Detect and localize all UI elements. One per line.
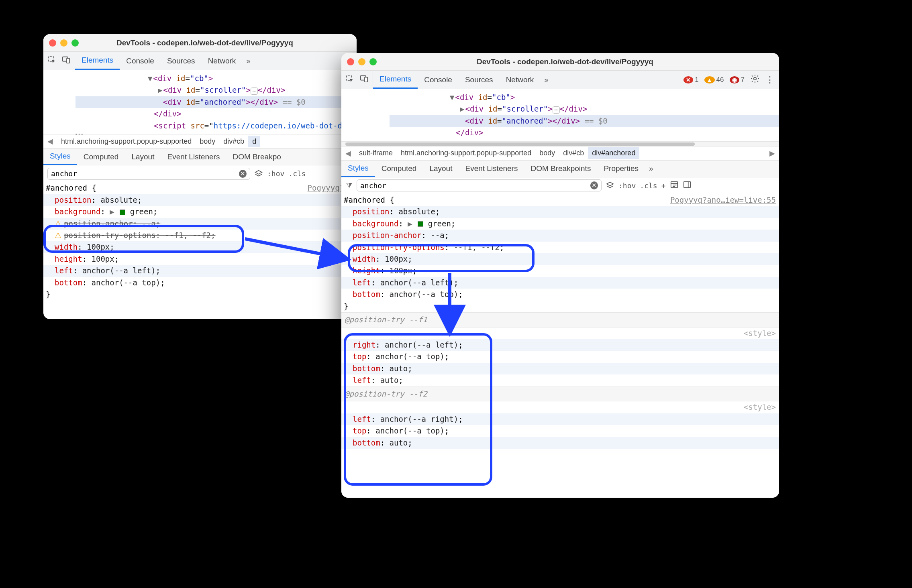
subtab-layout[interactable]: Layout — [125, 149, 161, 165]
twisty-down-icon[interactable]: ▼ — [148, 73, 152, 84]
twisty-down-icon[interactable]: ▼ — [450, 92, 454, 103]
subtab-computed[interactable]: Computed — [77, 149, 125, 165]
svg-rect-5 — [365, 77, 367, 82]
tab-network[interactable]: Network — [202, 52, 243, 70]
subtab-computed[interactable]: Computed — [375, 161, 423, 177]
device-toggle-icon[interactable] — [360, 74, 369, 85]
invalid-prop-position-anchor[interactable]: position-anchor: --a; — [43, 218, 357, 230]
hov-toggle[interactable]: :hov — [267, 169, 284, 178]
main-tabbar: Elements Console Sources Network » ✕1 ▲4… — [341, 71, 779, 89]
subtab-listeners[interactable]: Event Listeners — [459, 161, 524, 177]
styles-tabbar: Styles Computed Layout Event Listeners D… — [341, 161, 779, 177]
tab-network[interactable]: Network — [500, 71, 541, 89]
styles-filter-input-wrap: ✕ — [357, 179, 602, 191]
collapsed-ellipsis-icon[interactable]: ⋯ — [553, 106, 560, 114]
subtab-listeners[interactable]: Event Listeners — [161, 149, 226, 165]
computed-styles-sidebar-icon[interactable] — [670, 180, 679, 191]
crumb-selected[interactable]: div#anchored — [588, 147, 639, 159]
info-badge[interactable]: ◉7 — [730, 76, 745, 84]
device-toggle-icon[interactable] — [62, 55, 71, 66]
cls-toggle[interactable]: .cls — [288, 169, 306, 178]
inspect-icon[interactable] — [47, 55, 56, 66]
svg-rect-2 — [67, 58, 69, 63]
tab-elements[interactable]: Elements — [373, 71, 418, 89]
warning-badge[interactable]: ▲46 — [704, 76, 724, 84]
more-subtabs-icon[interactable]: » — [645, 161, 657, 177]
crumb-selected[interactable]: d — [248, 136, 260, 147]
subtab-dombp[interactable]: DOM Breakpo — [226, 149, 287, 165]
styles-pane[interactable]: Pogyyyq?an #anchored { position: absolut… — [43, 182, 357, 300]
position-try-section-f2[interactable]: @position-try --f2 — [341, 387, 779, 401]
hov-toggle[interactable]: :hov — [618, 181, 636, 190]
horizontal-scrollbar[interactable] — [341, 141, 779, 146]
twisty-right-icon[interactable]: ▶ — [460, 103, 464, 115]
stylesheet-origin-link[interactable]: Pogyyyq?ano…iew=live:55 — [670, 194, 779, 206]
inspect-icon[interactable] — [345, 74, 354, 85]
filter-input[interactable] — [51, 169, 239, 178]
window-title: DevTools - codepen.io/web-dot-dev/live/P… — [59, 39, 351, 47]
clear-filter-icon[interactable]: ✕ — [590, 181, 598, 189]
script-src-link[interactable]: https://codepen.io/web-dot-d — [214, 121, 342, 130]
elements-tree[interactable]: ▼<div id="cb"> ▶<div id="scroller">⋯</di… — [341, 89, 779, 141]
cls-toggle[interactable]: .cls — [640, 181, 657, 190]
main-tabbar: Elements Console Sources Network » — [43, 52, 357, 70]
svg-rect-8 — [683, 181, 690, 187]
more-tabs-icon[interactable]: » — [540, 71, 553, 89]
titlebar: DevTools - codepen.io/web-dot-dev/live/P… — [341, 53, 779, 71]
tab-sources[interactable]: Sources — [161, 52, 202, 70]
tab-console[interactable]: Console — [418, 71, 459, 89]
collapsed-ellipsis-icon[interactable]: ⋯ — [251, 87, 258, 95]
position-try-section-f1[interactable]: @position-try --f1 — [341, 312, 779, 327]
window-title: DevTools - codepen.io/web-dot-dev/live/P… — [357, 57, 773, 66]
crumb-scroll-left-icon[interactable]: ◀ — [341, 149, 355, 158]
subtab-styles[interactable]: Styles — [43, 149, 77, 165]
filter-input[interactable] — [360, 181, 590, 190]
crumb-scroll-left-icon[interactable]: ◀ — [43, 137, 57, 146]
layers-icon[interactable] — [254, 169, 263, 178]
kebab-menu-icon[interactable]: ⋮ — [765, 75, 774, 85]
tab-elements[interactable]: Elements — [75, 52, 120, 70]
subtab-styles[interactable]: Styles — [341, 161, 375, 177]
crumb-iframe[interactable]: sult-iframe — [355, 147, 397, 159]
styles-filter-input-wrap: ✕ — [47, 168, 250, 180]
toggle-panel-icon[interactable] — [683, 180, 692, 191]
titlebar: DevTools - codepen.io/web-dot-dev/live/P… — [43, 34, 357, 52]
close-icon[interactable] — [49, 39, 56, 47]
more-tabs-icon[interactable]: » — [242, 52, 255, 70]
subtab-properties[interactable]: Properties — [597, 161, 645, 177]
svg-point-6 — [754, 77, 756, 79]
tab-console[interactable]: Console — [120, 52, 161, 70]
crumb-scroll-right-icon[interactable]: ▶ — [765, 149, 779, 158]
subtab-dombp[interactable]: DOM Breakpoints — [524, 161, 597, 177]
elements-tree[interactable]: ▼<div id="cb"> ▶<div id="scroller">⋯</di… — [43, 70, 357, 134]
new-rule-button[interactable]: + — [661, 181, 666, 190]
selected-node-marker: == $0 — [584, 116, 607, 125]
clear-filter-icon[interactable]: ✕ — [239, 170, 247, 178]
close-icon[interactable] — [347, 58, 354, 65]
invalid-prop-position-try-options[interactable]: position-try-options: --f1, --f2; — [43, 230, 357, 241]
styles-pane[interactable]: Pogyyyq?ano…iew=live:55 #anchored { posi… — [341, 194, 779, 449]
filter-funnel-icon[interactable] — [345, 181, 353, 190]
breadcrumb: ◀ sult-iframe html.anchoring-support.pop… — [341, 146, 779, 161]
crumb-html[interactable]: html.anchoring-support.popup-supported — [397, 147, 535, 159]
crumb-body[interactable]: body — [535, 147, 559, 159]
gear-icon[interactable] — [750, 74, 760, 86]
devtools-window-after: DevTools - codepen.io/web-dot-dev/live/P… — [341, 53, 779, 498]
color-swatch-icon[interactable] — [120, 210, 125, 215]
tab-sources[interactable]: Sources — [459, 71, 500, 89]
crumb-div-cb[interactable]: div#cb — [219, 136, 248, 147]
devtools-window-before: DevTools - codepen.io/web-dot-dev/live/P… — [43, 34, 357, 319]
style-origin-link[interactable]: <style> — [744, 328, 779, 339]
crumb-body[interactable]: body — [196, 136, 219, 147]
twisty-right-icon[interactable]: ▶ — [158, 84, 162, 96]
error-badge[interactable]: ✕1 — [683, 76, 698, 84]
styles-tabbar: Styles Computed Layout Event Listeners D… — [43, 149, 357, 165]
layers-icon[interactable] — [606, 181, 614, 190]
subtab-layout[interactable]: Layout — [423, 161, 459, 177]
styles-filter-row: ✕ :hov .cls + — [341, 177, 779, 194]
styles-filter-row: ✕ :hov .cls — [43, 165, 357, 182]
style-origin-link[interactable]: <style> — [744, 401, 779, 413]
selected-node-marker: == $0 — [282, 98, 305, 106]
crumb-div-cb[interactable]: div#cb — [559, 147, 588, 159]
color-swatch-icon[interactable] — [418, 221, 423, 227]
